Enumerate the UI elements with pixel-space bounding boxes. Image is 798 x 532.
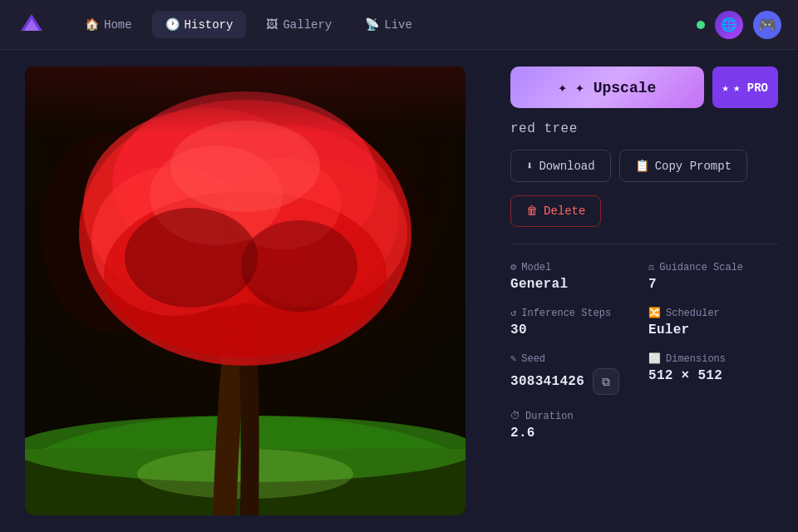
- copy-prompt-button[interactable]: 📋 Copy Prompt: [619, 150, 747, 182]
- nav-right: 🌐 🎮: [697, 11, 781, 39]
- prompt-text: red tree: [510, 121, 778, 136]
- meta-dimensions: ⬜ Dimensions 512 × 512: [648, 352, 778, 395]
- nav-item-gallery[interactable]: 🖼 Gallery: [253, 11, 345, 38]
- seed-value: 308341426: [510, 374, 584, 389]
- delete-button[interactable]: 🗑 Delete: [510, 195, 601, 227]
- seed-label: ✎ Seed: [510, 352, 640, 365]
- nav-item-home[interactable]: 🏠 Home: [71, 11, 145, 38]
- scheduler-icon: 🔀: [648, 307, 661, 319]
- image-top-overlay: [25, 66, 466, 133]
- discord-icon: 🎮: [758, 16, 776, 34]
- copy-seed-button[interactable]: ⧉: [593, 368, 619, 395]
- action-buttons: ⬇ Download 📋 Copy Prompt: [510, 150, 778, 182]
- inference-value: 30: [510, 323, 640, 337]
- copy-icon: 📋: [635, 159, 649, 173]
- home-icon: 🏠: [85, 17, 99, 32]
- delete-row: 🗑 Delete: [510, 195, 778, 227]
- svg-point-20: [241, 220, 357, 312]
- discord-button[interactable]: 🎮: [753, 11, 781, 39]
- guidance-icon: ⚖: [648, 261, 654, 273]
- seed-value-row: 308341426 ⧉: [510, 368, 640, 395]
- meta-scheduler: 🔀 Scheduler Euler: [648, 307, 778, 337]
- divider: [510, 244, 778, 244]
- scheduler-value: Euler: [648, 323, 778, 337]
- duration-label: ⏱ Duration: [510, 410, 640, 422]
- star-icon: ★: [722, 81, 729, 95]
- duration-value: 2.6: [510, 426, 640, 441]
- meta-model: ⚙ Model General: [510, 261, 640, 292]
- meta-inference: ↺ Inference Steps 30: [510, 307, 640, 337]
- meta-guidance: ⚖ Guidance Scale 7: [648, 261, 778, 292]
- nav-item-live[interactable]: 📡 Live: [352, 11, 426, 38]
- copy-seed-icon: ⧉: [602, 375, 610, 389]
- image-container[interactable]: [25, 66, 466, 515]
- upscale-icon: ✦: [558, 78, 567, 96]
- upscale-row: ✦ ✦ Upscale ★ ★ PRO: [510, 66, 778, 108]
- trash-icon: 🗑: [526, 204, 538, 218]
- model-label: ⚙ Model: [510, 261, 640, 273]
- inference-label: ↺ Inference Steps: [510, 307, 640, 319]
- status-indicator: [697, 21, 705, 29]
- guidance-label: ⚖ Guidance Scale: [648, 261, 778, 273]
- guidance-value: 7: [648, 277, 778, 292]
- image-panel: [0, 50, 490, 532]
- navbar: 🏠 Home 🕐 History 🖼 Gallery 📡 Live 🌐 🎮: [0, 0, 798, 50]
- info-panel: ✦ ✦ Upscale ★ ★ PRO red tree ⬇ Download …: [490, 50, 798, 532]
- model-icon: ⚙: [510, 261, 516, 273]
- avatar[interactable]: 🌐: [715, 11, 743, 39]
- live-icon: 📡: [365, 17, 379, 32]
- seed-icon: ✎: [510, 352, 516, 365]
- model-value: General: [510, 277, 640, 292]
- svg-point-19: [125, 208, 258, 308]
- generated-image: [25, 66, 466, 515]
- svg-point-18: [170, 121, 320, 212]
- dimensions-icon: ⬜: [648, 352, 661, 365]
- scheduler-label: 🔀 Scheduler: [648, 307, 778, 319]
- nav-links: 🏠 Home 🕐 History 🖼 Gallery 📡 Live: [71, 11, 697, 38]
- upscale-button[interactable]: ✦ ✦ Upscale: [510, 66, 704, 108]
- history-icon: 🕐: [165, 17, 180, 32]
- inference-icon: ↺: [510, 307, 516, 319]
- app-logo: [17, 10, 47, 40]
- dimensions-value: 512 × 512: [648, 368, 778, 383]
- download-icon: ⬇: [526, 159, 533, 173]
- gallery-icon: 🖼: [266, 18, 278, 32]
- dimensions-label: ⬜ Dimensions: [648, 352, 778, 365]
- metadata-grid: ⚙ Model General ⚖ Guidance Scale 7 ↺ Inf…: [510, 261, 778, 441]
- duration-icon: ⏱: [510, 410, 520, 422]
- pro-badge: ★ ★ PRO: [712, 66, 778, 108]
- meta-seed: ✎ Seed 308341426 ⧉: [510, 352, 640, 395]
- download-button[interactable]: ⬇ Download: [510, 150, 611, 182]
- main-content: ✦ ✦ Upscale ★ ★ PRO red tree ⬇ Download …: [0, 50, 798, 532]
- nav-item-history[interactable]: 🕐 History: [152, 11, 247, 38]
- meta-duration: ⏱ Duration 2.6: [510, 410, 640, 441]
